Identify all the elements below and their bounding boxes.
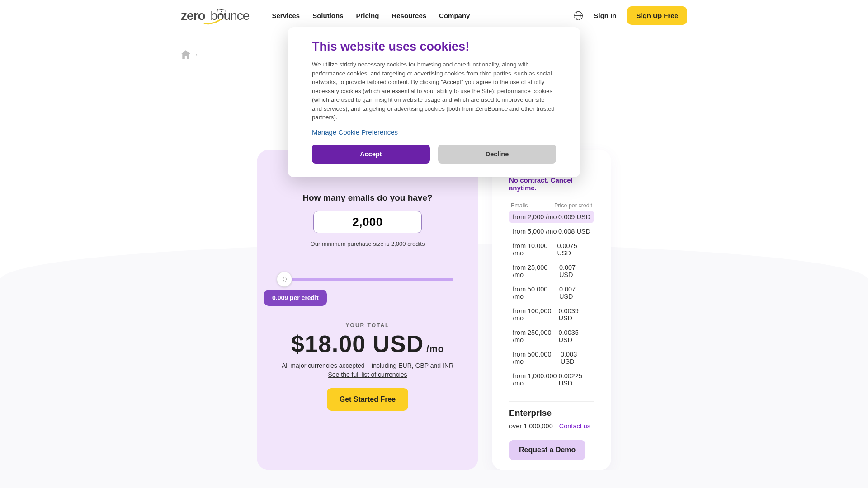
rate-tier[interactable]: from 25,000 /mo0.007 USD <box>509 261 594 281</box>
enterprise-title: Enterprise <box>509 408 594 418</box>
sign-up-free-button[interactable]: Sign Up Free <box>627 6 687 25</box>
cookie-accept-button[interactable]: Accept <box>312 145 430 164</box>
rate-tier[interactable]: from 500,000 /mo0.003 USD <box>509 348 594 368</box>
rate-tier[interactable]: from 50,000 /mo0.007 USD <box>509 283 594 303</box>
credit-slider[interactable]: 〈 〉 0.009 per credit <box>277 266 458 307</box>
nav-resources[interactable]: Resources <box>392 12 426 19</box>
rates-header: Emails Price per credit <box>509 202 594 209</box>
rate-tier[interactable]: from 2,000 /mo0.009 USD <box>509 211 594 223</box>
rate-tier[interactable]: from 250,000 /mo0.0035 USD <box>509 326 594 346</box>
contact-us-link[interactable]: Contact us <box>559 422 590 430</box>
envelope-icon <box>217 9 225 15</box>
sign-in-link[interactable]: Sign In <box>594 12 616 19</box>
nav-pricing[interactable]: Pricing <box>356 12 379 19</box>
nav-solutions[interactable]: Solutions <box>312 12 343 19</box>
header-right: Sign In Sign Up Free <box>574 6 687 25</box>
divider <box>509 401 594 402</box>
logo[interactable]: zero bounce <box>181 9 249 23</box>
manage-cookie-preferences-link[interactable]: Manage Cookie Preferences <box>312 128 398 136</box>
enterprise-over-label: over 1,000,000 <box>509 422 553 430</box>
home-icon[interactable] <box>181 50 191 59</box>
get-started-free-button[interactable]: Get Started Free <box>327 388 408 411</box>
header: zero bounce Services Solutions Pricing R… <box>163 0 705 25</box>
rates-header-emails: Emails <box>511 202 528 209</box>
request-demo-button[interactable]: Request a Demo <box>509 440 585 460</box>
pricing-main: Pay-As-You-Go Monthly How many emails do… <box>253 150 615 470</box>
nav-services[interactable]: Services <box>272 12 300 19</box>
rate-tier[interactable]: from 1,000,000 /mo0.00225 USD <box>509 370 594 389</box>
cookie-title: This website uses cookies! <box>312 40 556 54</box>
rate-tier[interactable]: from 5,000 /mo0.008 USD <box>509 225 594 238</box>
total-amount: $18.00 USD <box>291 331 424 357</box>
see-currencies-link[interactable]: See the full list of currencies <box>277 371 458 378</box>
cookie-body: We utilize strictly necessary cookies fo… <box>312 60 556 122</box>
rate-tier[interactable]: from 10,000 /mo0.0075 USD <box>509 239 594 259</box>
rates-card: Monthly Rates No contract. Cancel anytim… <box>492 150 611 470</box>
min-purchase-hint: Our minimum purchase size is 2,000 credi… <box>277 240 458 247</box>
cookie-decline-button[interactable]: Decline <box>438 145 556 164</box>
slider-thumb[interactable]: 〈 〉 <box>277 272 292 287</box>
slider-track <box>282 278 453 281</box>
main-nav: Services Solutions Pricing Resources Com… <box>272 12 470 19</box>
nav-company[interactable]: Company <box>439 12 470 19</box>
globe-icon[interactable] <box>574 11 583 20</box>
email-count-question: How many emails do you have? <box>277 193 458 203</box>
total-price: $18.00 USD/mo <box>277 330 458 357</box>
cookie-modal: This website uses cookies! We utilize st… <box>288 27 580 177</box>
email-count-input[interactable] <box>313 211 422 233</box>
your-total-label: YOUR TOTAL <box>277 322 458 328</box>
rates-header-price: Price per credit <box>554 202 592 209</box>
rates-subtitle: No contract. Cancel anytime. <box>509 176 594 192</box>
price-per-credit-badge: 0.009 per credit <box>264 290 327 306</box>
per-month-suffix: /mo <box>426 344 444 354</box>
chevron-right-icon: › <box>195 51 198 58</box>
calculator-card: Pay-As-You-Go Monthly How many emails do… <box>257 150 478 470</box>
currencies-note: All major currencies accepted – includin… <box>277 362 458 369</box>
slider-handle-icon: 〈 〉 <box>280 276 288 283</box>
rate-tier[interactable]: from 100,000 /mo0.0039 USD <box>509 305 594 324</box>
